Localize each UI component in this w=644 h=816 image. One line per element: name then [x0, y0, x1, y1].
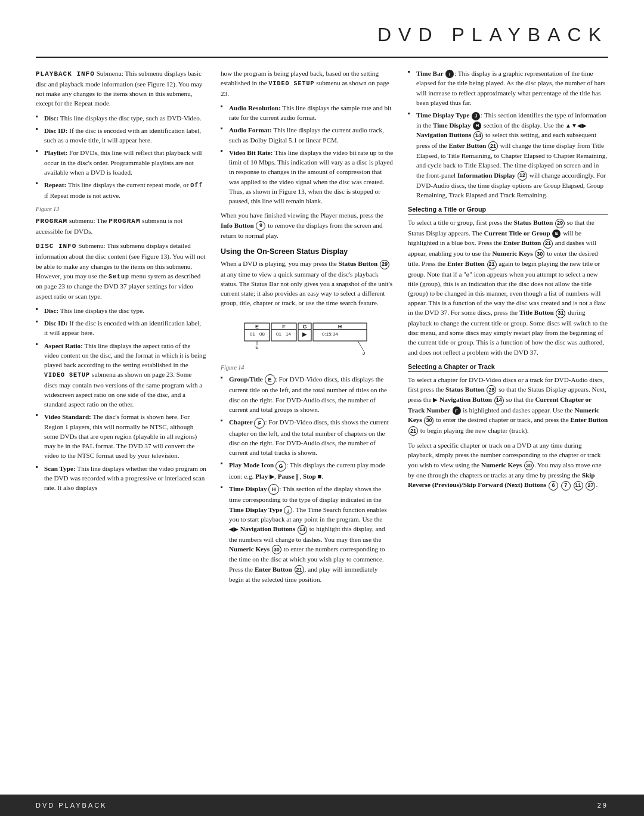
list-item: Video Bit Rate: This line displays the v…	[221, 148, 394, 206]
circle-F: F	[254, 418, 265, 429]
svg-rect-16	[313, 329, 367, 330]
svg-text:01: 01	[250, 331, 255, 337]
circle-12: 12	[518, 171, 527, 181]
circle-9: 9	[256, 221, 265, 231]
filled-F: F	[453, 407, 461, 415]
col-right: Time Bar I: This display is a graphic re…	[405, 69, 608, 589]
circle-11: 11	[574, 481, 583, 491]
selecting-chapter-text2: To select a specific chapter or track on…	[408, 440, 608, 491]
circle-21c: 21	[543, 239, 553, 249]
page-header: DVD PLAYBACK	[0, 0, 644, 52]
svg-text:J: J	[363, 350, 365, 356]
circle-30b: 30	[535, 249, 544, 259]
svg-text:01: 01	[276, 331, 281, 337]
circle-28: 28	[487, 385, 496, 395]
list-item: Play Mode Icon G: This displays the curr…	[221, 460, 394, 481]
playback-info-label: PLAYBACK INFO	[36, 70, 95, 77]
disc-info-bullet-list: Disc: This line displays the disc type. …	[36, 306, 206, 492]
circle-G: G	[275, 461, 286, 471]
filled-H: H	[473, 122, 481, 130]
status-bullet-list: Group/Title E: For DVD-Video discs, this…	[221, 374, 394, 584]
circle-30: 30	[272, 545, 281, 554]
filled-J: J	[472, 112, 480, 120]
list-item: Time Bar I: This display is a graphic re…	[408, 69, 608, 107]
circle-7: 7	[561, 481, 571, 491]
disc-info-intro: DISC INFO Submenu: This submenu displays…	[36, 241, 206, 300]
svg-rect-2	[244, 329, 270, 330]
selecting-title-heading: Selecting a Title or Group	[408, 206, 608, 215]
info-button-para: When you have finished viewing the Playe…	[221, 210, 394, 240]
svg-text:H: H	[338, 324, 342, 330]
list-item: Audio Format: This line displays the cur…	[221, 125, 394, 144]
svg-rect-7	[271, 329, 296, 330]
selecting-chapter-heading: Selecting a Chapter or Track	[408, 363, 608, 372]
col-center: how the program is being played back, ba…	[221, 69, 405, 589]
circle-H: H	[268, 484, 279, 495]
circle-E: E	[265, 374, 275, 385]
program-label: PROGRAM	[36, 218, 67, 225]
selecting-chapter-text: To select a chapter for DVD-Video discs …	[408, 375, 608, 436]
circle-30d: 30	[524, 461, 534, 470]
circle-14c: 14	[494, 396, 504, 405]
list-item: Disc ID: If the disc is encoded with an …	[36, 318, 206, 337]
right-bullet-list: Time Bar I: This display is a graphic re…	[408, 69, 608, 200]
list-item: Scan Type: This line displays whether th…	[36, 464, 206, 493]
list-item: Repeat: This line displays the current r…	[36, 180, 206, 200]
selecting-title-text: To select a title or group, first press …	[408, 218, 608, 356]
list-item: Disc: This line displays the disc type, …	[36, 113, 206, 123]
svg-text:14: 14	[286, 331, 291, 337]
playback-info-intro: PLAYBACK INFO Submenu: This submenu disp…	[36, 69, 206, 108]
list-item: Chapter F: For DVD-Video discs, this sho…	[221, 417, 394, 457]
figure14-diagram: E 01 08 F 01 14 G ▶ H	[221, 314, 394, 359]
svg-text:▶: ▶	[302, 331, 307, 337]
svg-text:0:15:34: 0:15:34	[322, 331, 338, 337]
list-item: Time Display Type J: This section identi…	[408, 110, 608, 200]
list-item: Time Display H: This section of the disp…	[221, 484, 394, 584]
list-item: Group/Title E: For DVD-Video discs, this…	[221, 374, 394, 414]
figure13-label: Figure 13	[36, 205, 206, 214]
circle-29: 29	[380, 260, 389, 269]
onscreen-heading: Using the On-Screen Status Display	[221, 247, 394, 256]
circle-14b: 14	[473, 131, 483, 141]
filled-E: E	[552, 229, 561, 238]
circle-6: 6	[549, 481, 558, 491]
list-item: Disc ID: If the disc is encoded with an …	[36, 126, 206, 145]
circle-J: J	[284, 506, 292, 514]
circle-29b: 29	[555, 219, 565, 228]
circle-21e: 21	[408, 426, 418, 436]
scan-type-continued: how the program is being played back, ba…	[221, 69, 394, 98]
figure14-label: Figure 14	[221, 364, 394, 373]
svg-text:E: E	[255, 324, 259, 330]
circle-21a: 21	[295, 565, 304, 575]
list-item: Video Standard: The disc's format is sho…	[36, 412, 206, 460]
circle-31: 31	[556, 309, 565, 318]
circle-21b: 21	[488, 141, 498, 151]
page-title: DVD PLAYBACK	[36, 24, 608, 46]
svg-text:G: G	[302, 324, 306, 330]
svg-text:08: 08	[259, 331, 265, 337]
circle-27: 27	[586, 481, 595, 491]
svg-text:E: E	[255, 345, 258, 350]
list-item: Aspect Ratio: This line displays the asp…	[36, 341, 206, 409]
page-container: DVD PLAYBACK PLAYBACK INFO Submenu: This…	[0, 0, 644, 816]
playback-bullet-list: Disc: This line displays the disc type, …	[36, 113, 206, 200]
disc-info-label: DISC INFO	[36, 243, 76, 250]
footer-left-text: DVD PLAYBACK	[36, 802, 107, 809]
diagram-svg: E 01 08 F 01 14 G ▶ H	[242, 314, 373, 359]
svg-line-21	[358, 341, 364, 351]
list-item: Playlist: For DVDs, this line will refle…	[36, 148, 206, 177]
col-left: PLAYBACK INFO Submenu: This submenu disp…	[36, 69, 221, 589]
center-bullet-list: Audio Resolution: This line displays the…	[221, 103, 394, 206]
svg-rect-12	[298, 329, 311, 330]
page-footer: DVD PLAYBACK 29	[0, 795, 644, 816]
circle-14: 14	[298, 525, 307, 535]
program-text: PROGRAM submenu: The PROGRAM submenu is …	[36, 216, 206, 236]
list-item: Audio Resolution: This line displays the…	[221, 103, 394, 122]
filled-I: I	[445, 70, 454, 78]
svg-text:F: F	[282, 324, 286, 330]
onscreen-intro: When a DVD is playing, you may press the…	[221, 259, 394, 308]
circle-21d: 21	[487, 260, 497, 269]
footer-page-number: 29	[597, 802, 608, 809]
list-item: Disc: This line displays the disc type.	[36, 306, 206, 315]
circle-30c: 30	[424, 416, 434, 426]
